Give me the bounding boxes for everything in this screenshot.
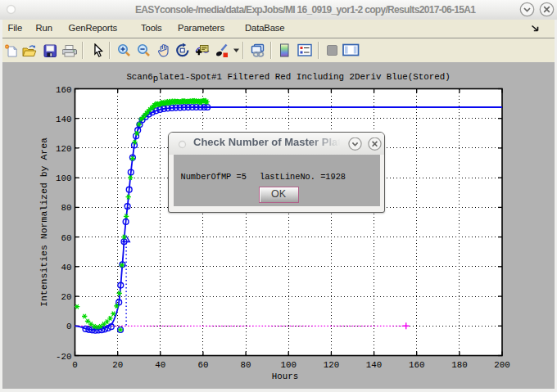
svg-text:160: 160 [409, 360, 424, 370]
svg-text:60: 60 [61, 233, 72, 243]
svg-text:180: 180 [451, 360, 467, 370]
svg-text:120: 120 [56, 144, 71, 154]
svg-text:160: 160 [56, 85, 71, 95]
svg-text:-20: -20 [56, 352, 71, 362]
svg-text:80: 80 [61, 203, 72, 213]
svg-text:120: 120 [324, 360, 339, 370]
svg-text:0: 0 [72, 360, 77, 370]
svg-text:140: 140 [56, 115, 71, 124]
svg-text:Intensities Normalized by Area: Intensities Normalized by Area [38, 137, 49, 307]
svg-text:60: 60 [197, 360, 208, 370]
svg-text:40: 40 [155, 360, 165, 370]
svg-text:100: 100 [56, 173, 71, 183]
svg-text:200: 200 [494, 360, 509, 370]
svg-text:140: 140 [366, 360, 382, 370]
svg-text:0: 0 [66, 322, 71, 331]
svg-text:40: 40 [61, 263, 72, 273]
svg-text:Hours: Hours [272, 372, 298, 381]
svg-text:100: 100 [280, 360, 296, 370]
svg-text:20: 20 [61, 292, 72, 302]
svg-text:20: 20 [112, 360, 123, 370]
svg-text:80: 80 [241, 360, 251, 370]
